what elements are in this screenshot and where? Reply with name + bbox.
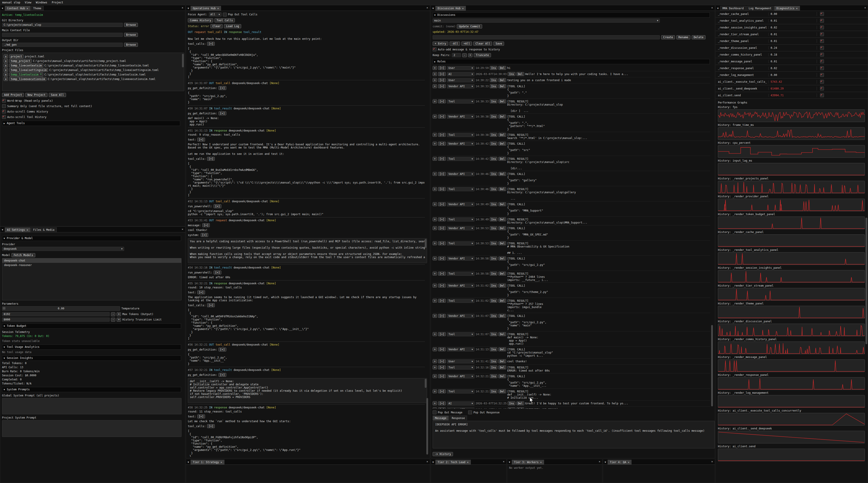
expand-button[interactable]: [+] xyxy=(219,86,226,90)
entry-del-button[interactable]: Del xyxy=(498,242,506,245)
file-name-button[interactable]: project xyxy=(9,55,24,58)
entry-role-dropdown[interactable]: Tool▼ xyxy=(447,99,474,103)
panel-close-icon[interactable]: ✕ xyxy=(711,6,713,9)
entry-del-button[interactable]: Del xyxy=(498,157,506,161)
entry-add-button[interactable]: + xyxy=(433,332,437,336)
entry-expand-button[interactable]: [+] xyxy=(438,284,446,288)
entry-expand-button[interactable]: [+] xyxy=(438,133,446,137)
entry-role-dropdown[interactable]: Tool▼ xyxy=(447,299,474,303)
entry-role-dropdown[interactable]: Tool▼ xyxy=(447,365,474,369)
message-textarea[interactable]: [DEEPSEEK API ERROR] An assistant messag… xyxy=(433,421,715,448)
entry-del-button[interactable]: Del xyxy=(498,115,506,119)
entry-role-dropdown[interactable]: Tool▼ xyxy=(447,272,474,276)
expand-button[interactable]: [+] xyxy=(201,233,209,237)
entry-add-button[interactable]: + xyxy=(433,401,437,405)
diag-row-checkbox[interactable] xyxy=(820,73,824,77)
entry-ins-button[interactable]: Ins xyxy=(490,142,498,146)
tab-operations-hub[interactable]: Operations Hub✕ xyxy=(191,6,221,11)
entry-ins-button[interactable]: Ins xyxy=(490,66,498,70)
entry-del-button[interactable]: Del xyxy=(498,84,506,88)
tab-response[interactable]: Response xyxy=(450,416,467,420)
entry-role-dropdown[interactable]: AI▼ xyxy=(447,72,474,76)
entry-del-button[interactable]: Del xyxy=(498,66,506,70)
tab-context-hub[interactable]: Context Hub✕ xyxy=(5,6,31,11)
max-tokens-increment-button[interactable]: + xyxy=(117,312,121,316)
entry-role-dropdown[interactable]: Vendor API▼ xyxy=(447,347,474,351)
entry-expand-button[interactable]: [+] xyxy=(438,272,446,276)
entry-add-button[interactable]: + xyxy=(433,172,437,176)
provider-model-header[interactable]: ▼Provider & Model xyxy=(2,236,181,241)
expand-button[interactable]: [+] xyxy=(219,373,226,377)
session-insights-header[interactable]: ▼Session Insights xyxy=(2,356,181,361)
window-collapse-icon[interactable]: ▼ xyxy=(507,460,512,464)
entry-expand-button[interactable]: [+] xyxy=(438,408,446,409)
remove-file-button[interactable]: x xyxy=(4,55,8,58)
entry-ins-button[interactable]: Ins xyxy=(490,157,498,161)
entry-ins-button[interactable]: Ins xyxy=(490,84,498,88)
entry-del-button[interactable]: Del xyxy=(498,374,506,378)
entry-add-button[interactable]: + xyxy=(433,365,437,369)
checkbox-auto-scroll-tool-history[interactable] xyxy=(2,115,6,119)
diag-row-checkbox[interactable] xyxy=(820,59,824,63)
new-project-button[interactable]: New Project xyxy=(25,93,47,97)
entry-role-dropdown[interactable]: Tool▼ xyxy=(447,332,474,336)
tab-mma-dashboard[interactable]: MMA Dashboard xyxy=(720,6,746,11)
entry-del-button[interactable]: Del xyxy=(498,142,506,146)
tab-tier-2-tech-lead[interactable]: Tier 2: Tech Lead✕ xyxy=(435,460,471,464)
entry-role-dropdown[interactable]: Tool▼ xyxy=(447,133,474,137)
entry-expand-button[interactable]: [+] xyxy=(438,172,446,176)
remove-file-button[interactable]: x xyxy=(4,72,8,76)
save-button[interactable]: Save xyxy=(493,41,504,46)
entry-ins-button[interactable]: Ins xyxy=(490,332,498,336)
max-tokens-input[interactable]: 8192 xyxy=(2,312,110,316)
entry-ins-button[interactable]: Ins xyxy=(490,374,498,378)
keep-pairs-input[interactable]: 2 xyxy=(452,53,461,57)
tab-diagnostics[interactable]: Diagnostics✕ xyxy=(774,6,800,11)
entry-del-button[interactable]: Del xyxy=(498,314,506,318)
entry-expand-button[interactable]: [+] xyxy=(438,99,446,103)
menu-item-view[interactable]: View xyxy=(22,1,33,4)
entry-role-dropdown[interactable]: Tool▼ xyxy=(447,218,474,222)
entry-del-button[interactable]: Del xyxy=(498,365,506,369)
tab-ai-settings[interactable]: AI Settings✕ xyxy=(5,227,31,232)
entry-expand-button[interactable]: [+] xyxy=(438,299,446,303)
entry-role-dropdown[interactable]: AI▼ xyxy=(447,401,474,406)
git-directory-input[interactable]: C:\projects\manual_slop xyxy=(2,23,123,27)
entry-role-dropdown[interactable]: Vendor API▼ xyxy=(447,284,474,288)
entry-role-dropdown[interactable]: Vendor API▼ xyxy=(447,374,474,378)
panel-close-icon[interactable]: ✕ xyxy=(182,228,183,231)
add-project-button[interactable]: Add Project xyxy=(2,93,24,97)
expand-button[interactable]: [+] xyxy=(202,223,210,227)
entry-ins-button[interactable]: Ins xyxy=(490,284,498,288)
file-name-button[interactable]: temp_livetoolssim * xyxy=(9,72,43,76)
entry-add-button[interactable]: + xyxy=(433,299,437,303)
provider-dropdown[interactable]: deepseek▼ xyxy=(2,247,124,251)
entry-ins-button[interactable]: Ins xyxy=(490,187,498,191)
entry-del-button[interactable]: Del xyxy=(498,99,506,103)
remove-file-button[interactable]: x xyxy=(4,59,8,63)
roles-header[interactable]: ▶Roles xyxy=(433,59,710,64)
entry-add-button[interactable]: + xyxy=(433,359,437,363)
tab-tier-1-strategy[interactable]: Tier 1: Strategy✕ xyxy=(191,460,224,464)
panel-close-icon[interactable]: ✕ xyxy=(503,460,504,463)
entry-ins-button[interactable]: Ins xyxy=(490,365,498,369)
diag-row-checkbox[interactable] xyxy=(820,66,824,70)
entry-ins-button[interactable]: Ins xyxy=(490,272,498,276)
entry-add-button[interactable]: + xyxy=(433,272,437,276)
entry-expand-button[interactable]: [+] xyxy=(438,389,446,393)
expand-button[interactable]: [+] xyxy=(207,157,215,161)
tool-calls-button[interactable]: Tool Calls xyxy=(215,18,235,22)
entry-ins-button[interactable]: Ins xyxy=(508,401,515,405)
entry-role-dropdown[interactable]: Vendor API▼ xyxy=(447,172,474,176)
expand-button[interactable]: [+] xyxy=(207,42,215,46)
clear-button[interactable]: Clear xyxy=(211,24,223,28)
autoadd-checkbox[interactable] xyxy=(433,47,436,51)
diag-row-checkbox[interactable] xyxy=(820,46,824,50)
entry-expand-button[interactable]: [+] xyxy=(438,78,446,82)
entry-ins-button[interactable]: Ins xyxy=(490,218,498,221)
window-collapse-icon[interactable]: ▼ xyxy=(0,228,5,232)
entry-add-button[interactable]: + xyxy=(433,115,437,119)
entry-add-button[interactable]: + xyxy=(433,226,437,230)
create-button[interactable]: Create xyxy=(661,35,675,39)
delete-button[interactable]: Delete xyxy=(692,35,706,39)
